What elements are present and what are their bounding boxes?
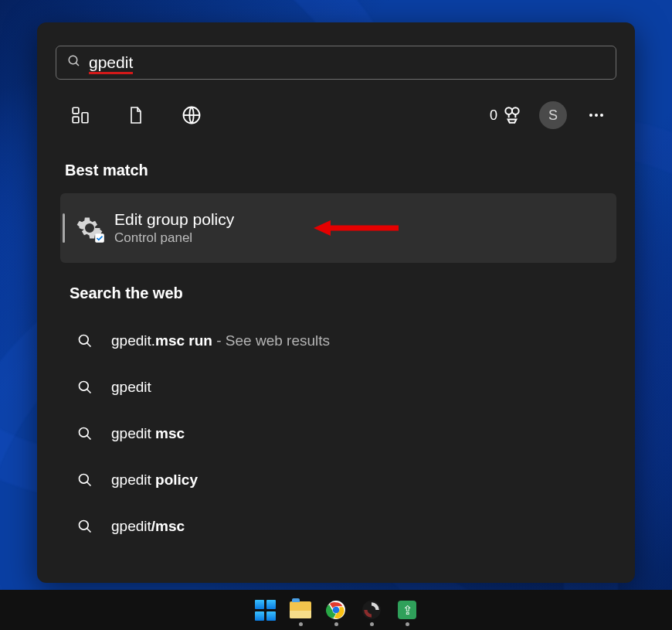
best-match-title: Edit group policy <box>114 210 234 229</box>
user-avatar[interactable]: S <box>539 101 567 129</box>
svg-line-22 <box>87 482 91 486</box>
annotation-arrow <box>314 218 399 238</box>
svg-line-16 <box>87 343 91 347</box>
search-web-label: Search the web <box>70 284 616 302</box>
web-result[interactable]: gpedit msc <box>66 410 616 457</box>
svg-point-17 <box>80 382 89 391</box>
filter-row: 0 S <box>56 101 616 129</box>
svg-rect-3 <box>73 117 79 123</box>
best-match-result[interactable]: Edit group policy Control panel <box>60 193 616 263</box>
web-results-list: gpedit.msc run - See web results gpedit … <box>66 318 616 550</box>
svg-marker-14 <box>314 220 331 236</box>
gear-icon <box>76 214 104 242</box>
app-icon[interactable]: ⇪ <box>396 599 418 621</box>
search-icon <box>67 54 81 71</box>
search-input[interactable]: gpedit <box>56 46 616 80</box>
best-match-subtitle: Control panel <box>114 230 234 246</box>
svg-point-9 <box>589 114 592 117</box>
web-result[interactable]: gpedit <box>66 364 616 410</box>
file-explorer-icon[interactable] <box>290 599 311 621</box>
apps-filter-icon[interactable] <box>68 103 93 128</box>
search-icon <box>74 519 96 534</box>
web-result[interactable]: gpedit/msc <box>66 503 616 550</box>
search-panel: gpedit <box>37 22 635 583</box>
web-result[interactable]: gpedit.msc run - See web results <box>66 318 616 364</box>
points-value: 0 <box>490 107 497 124</box>
svg-point-21 <box>80 475 89 484</box>
more-icon[interactable] <box>584 103 609 128</box>
svg-point-8 <box>512 107 519 114</box>
svg-rect-4 <box>82 113 88 123</box>
search-icon <box>74 472 96 488</box>
svg-point-15 <box>80 335 89 345</box>
svg-line-24 <box>87 529 91 533</box>
app-icon[interactable] <box>361 599 382 621</box>
best-match-label: Best match <box>65 162 616 179</box>
taskbar: ⇪ <box>0 590 672 630</box>
svg-rect-2 <box>73 107 79 114</box>
search-query-text: gpedit <box>89 53 133 72</box>
svg-point-10 <box>595 114 598 117</box>
rewards-points[interactable]: 0 <box>490 105 522 125</box>
web-result[interactable]: gpedit policy <box>66 457 616 503</box>
svg-point-11 <box>600 114 603 117</box>
search-icon <box>74 380 96 395</box>
svg-point-19 <box>80 428 89 438</box>
rewards-icon <box>502 105 522 125</box>
svg-line-20 <box>87 436 91 440</box>
selection-bar <box>63 213 65 243</box>
spellcheck-underline <box>89 72 133 74</box>
svg-point-23 <box>80 521 89 530</box>
documents-filter-icon[interactable] <box>124 103 148 128</box>
svg-line-1 <box>76 63 79 66</box>
svg-line-18 <box>87 390 91 393</box>
search-icon <box>74 426 96 441</box>
search-icon <box>74 333 96 349</box>
svg-point-0 <box>69 56 77 64</box>
shield-check-icon <box>94 233 105 243</box>
svg-point-7 <box>505 107 512 114</box>
web-filter-icon[interactable] <box>179 103 204 128</box>
start-button[interactable] <box>254 599 276 621</box>
avatar-initial: S <box>548 107 558 124</box>
chrome-icon[interactable] <box>325 599 347 621</box>
